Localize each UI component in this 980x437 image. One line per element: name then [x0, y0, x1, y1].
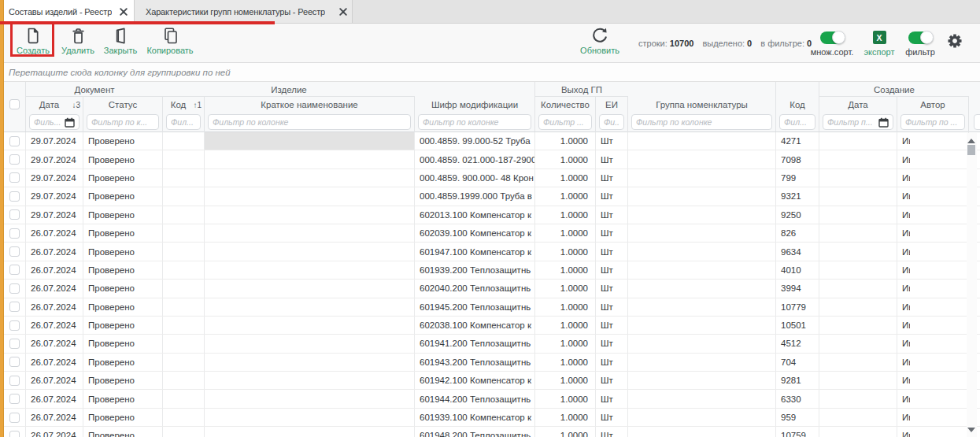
header-col-mod-code[interactable]: Шифр модификации Фильтр по колонке [415, 82, 535, 131]
cell-code[interactable]: 4271 [776, 132, 819, 150]
cell-cre-author[interactable]: Ив [897, 206, 969, 224]
row-checkbox[interactable] [9, 376, 20, 386]
delete-button[interactable]: Удалить [57, 26, 99, 61]
cell-nom-group[interactable] [628, 354, 776, 371]
table-row[interactable]: 29.07.2024Проверено602013.100 Компенсато… [4, 206, 980, 224]
cell-prod-code[interactable] [163, 427, 205, 437]
row-checkbox-cell[interactable] [4, 150, 26, 168]
cell-mod-code[interactable]: 601948.200 Теплозащитнь [415, 427, 535, 437]
cell-mod-code[interactable]: 000.4859. 021.000-187-2900 [415, 150, 535, 168]
row-checkbox-cell[interactable] [4, 298, 26, 316]
cell-code[interactable]: 4010 [776, 261, 819, 279]
cell-qty[interactable]: 1.0000 [535, 372, 596, 389]
row-checkbox[interactable] [9, 413, 20, 423]
cell-nom-group[interactable] [628, 224, 776, 242]
cell-unit[interactable]: Шт [596, 187, 628, 205]
cell-cre-date[interactable] [819, 132, 897, 150]
cell-cre-author[interactable]: Ив [897, 409, 969, 426]
cell-mod-code[interactable]: 601944.200 Теплозащитнь [415, 390, 535, 407]
cell-cre-author[interactable]: Ив [897, 372, 969, 389]
cell-cre-date[interactable] [819, 427, 897, 437]
cell-nom-group[interactable] [628, 390, 776, 407]
cell-qty[interactable]: 1.0000 [535, 206, 596, 224]
tab-sostavy-izdeliy[interactable]: Составы изделий - Реестр [4, 0, 134, 23]
filter-input-code[interactable]: Фил... [779, 114, 815, 130]
row-checkbox[interactable] [9, 136, 20, 146]
cell-code[interactable]: 9250 [776, 206, 819, 224]
cell-doc-date[interactable]: 26.07.2024 [26, 243, 83, 260]
table-row[interactable]: 29.07.2024Проверено000.4859. 900.000- 48… [4, 169, 980, 187]
cell-nom-group[interactable] [628, 169, 776, 187]
header-col-nom-group[interactable]: Группа номенклатуры Фильтр по колонке [628, 82, 776, 131]
cell-unit[interactable]: Шт [596, 206, 628, 224]
row-checkbox-cell[interactable] [4, 390, 26, 407]
cell-code[interactable]: 9634 [776, 243, 819, 260]
row-checkbox[interactable] [9, 265, 20, 275]
cell-prod-code[interactable] [163, 206, 205, 224]
cell-cre-author[interactable]: Ив [897, 132, 969, 150]
cell-cre-author[interactable]: Ив [897, 169, 969, 187]
cell-prod-code[interactable] [163, 372, 205, 389]
cell-mod-code[interactable]: 000.4859. 900.000- 48 Крон [415, 169, 535, 187]
cell-unit[interactable]: Шт [596, 169, 628, 187]
row-checkbox-cell[interactable] [4, 280, 26, 297]
cell-doc-date[interactable]: 26.07.2024 [26, 261, 83, 279]
cell-cre-date[interactable] [819, 261, 897, 279]
cell-doc-status[interactable]: Проверено [83, 390, 163, 407]
tab-close-icon[interactable] [120, 8, 128, 16]
cell-prod-name[interactable] [205, 409, 415, 426]
cell-unit[interactable]: Шт [596, 390, 628, 407]
filter-input-doc-date[interactable]: Филь... [29, 114, 80, 130]
cell-prod-name[interactable] [205, 206, 415, 224]
cell-qty[interactable]: 1.0000 [535, 390, 596, 407]
cell-prod-code[interactable] [163, 335, 205, 352]
cell-cre-author[interactable]: Ив [897, 317, 969, 334]
row-checkbox[interactable] [9, 209, 20, 220]
cell-doc-status[interactable]: Проверено [83, 224, 163, 242]
cell-cre-date[interactable] [819, 390, 897, 407]
filter-input-cre-date[interactable]: Фильтр п... [823, 114, 893, 130]
cell-cre-date[interactable] [819, 187, 897, 205]
cell-unit[interactable]: Шт [596, 132, 628, 150]
cell-nom-group[interactable] [628, 206, 776, 224]
cell-qty[interactable]: 1.0000 [535, 224, 596, 242]
table-row[interactable]: 26.07.2024Проверено601944.200 Теплозащит… [4, 390, 980, 408]
table-row[interactable]: 26.07.2024Проверено602039.100 Компенсато… [4, 224, 980, 243]
row-checkbox[interactable] [9, 431, 20, 437]
cell-cre-author[interactable]: Ив [897, 224, 969, 242]
header-col-code[interactable]: Код Фил... [776, 82, 819, 131]
cell-prod-name[interactable] [205, 243, 415, 260]
cell-doc-date[interactable]: 26.07.2024 [26, 335, 83, 352]
table-row[interactable]: 26.07.2024Проверено601947.100 Компенсато… [4, 243, 980, 261]
export-button[interactable]: X экспорт [863, 29, 896, 57]
cell-prod-name[interactable] [205, 150, 415, 168]
scroll-up-icon[interactable] [967, 139, 975, 143]
cell-mod-code[interactable]: 601941.200 Теплозащитнь [415, 335, 535, 352]
row-checkbox[interactable] [9, 357, 20, 367]
cell-prod-name[interactable] [205, 427, 415, 437]
cell-doc-date[interactable]: 26.07.2024 [26, 372, 83, 389]
cell-qty[interactable]: 1.0000 [535, 427, 596, 437]
cell-prod-code[interactable] [163, 390, 205, 407]
row-checkbox-cell[interactable] [4, 409, 26, 426]
cell-nom-group[interactable] [628, 150, 776, 168]
cell-code[interactable]: 826 [776, 224, 819, 242]
cell-prod-code[interactable] [163, 317, 205, 334]
settings-gear-icon[interactable] [948, 34, 962, 48]
cell-doc-date[interactable]: 29.07.2024 [26, 187, 83, 205]
cell-unit[interactable]: Шт [596, 280, 628, 297]
header-col-prod-name[interactable]: Краткое наименование Фильтр по колонке [205, 97, 415, 132]
cell-nom-group[interactable] [628, 372, 776, 389]
cell-mod-code[interactable]: 000.4859.1999.000 Труба в [415, 187, 535, 205]
cell-qty[interactable]: 1.0000 [535, 335, 596, 352]
cell-cre-date[interactable] [819, 354, 897, 371]
header-col-qty[interactable]: Количество Фильтр ... [535, 97, 596, 132]
cell-mod-code[interactable]: 601942.100 Компенсатор к [415, 372, 535, 389]
cell-prod-code[interactable] [163, 409, 205, 426]
filter-input-prod-name[interactable]: Фильтр по колонке [208, 114, 411, 130]
cell-cre-author[interactable]: Ив [897, 150, 969, 168]
cell-unit[interactable]: Шт [596, 261, 628, 279]
cell-unit[interactable]: Шт [596, 335, 628, 352]
header-col-unit[interactable]: ЕИ Фи... [596, 97, 628, 132]
scroll-thumb[interactable] [967, 145, 975, 155]
